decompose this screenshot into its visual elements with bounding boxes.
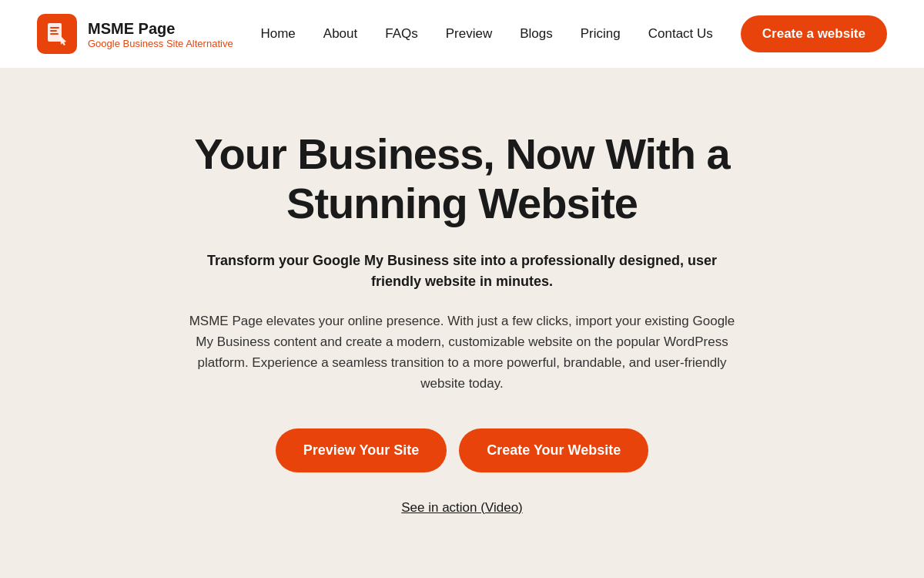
nav-about[interactable]: About	[323, 26, 357, 42]
bottom-section: Empowering Your Online Presence	[0, 562, 924, 578]
nav-pricing[interactable]: Pricing	[581, 26, 621, 42]
create-website-button[interactable]: Create Your Website	[459, 428, 648, 472]
svg-rect-3	[50, 33, 59, 35]
nav-contact[interactable]: Contact Us	[648, 26, 713, 42]
hero-subtitle: Transform your Google My Business site i…	[192, 250, 732, 292]
nav-preview[interactable]: Preview	[446, 26, 492, 42]
video-link[interactable]: See in action (Video)	[401, 500, 523, 516]
hero-section: Your Business, Now With a Stunning Websi…	[0, 68, 924, 562]
hero-buttons: Preview Your Site Create Your Website	[276, 428, 648, 472]
site-header: MSME Page Google Business Site Alternati…	[0, 0, 924, 68]
main-nav: Home About FAQs Preview Blogs Pricing Co…	[260, 15, 887, 52]
preview-site-button[interactable]: Preview Your Site	[276, 428, 447, 472]
logo-icon	[37, 14, 77, 54]
svg-rect-1	[50, 27, 59, 29]
logo-title: MSME Page	[88, 19, 233, 38]
hero-body: MSME Page elevates your online presence.…	[185, 311, 739, 395]
nav-faqs[interactable]: FAQs	[385, 26, 418, 42]
hero-title: Your Business, Now With a Stunning Websi…	[154, 129, 770, 229]
nav-home[interactable]: Home	[260, 26, 295, 42]
logo-text-area: MSME Page Google Business Site Alternati…	[88, 19, 233, 49]
nav-cta-button[interactable]: Create a website	[741, 15, 887, 52]
logo-subtitle: Google Business Site Alternative	[88, 38, 233, 49]
logo-area: MSME Page Google Business Site Alternati…	[37, 14, 233, 54]
svg-rect-0	[48, 23, 62, 42]
nav-blogs[interactable]: Blogs	[520, 26, 553, 42]
svg-rect-2	[50, 30, 57, 32]
